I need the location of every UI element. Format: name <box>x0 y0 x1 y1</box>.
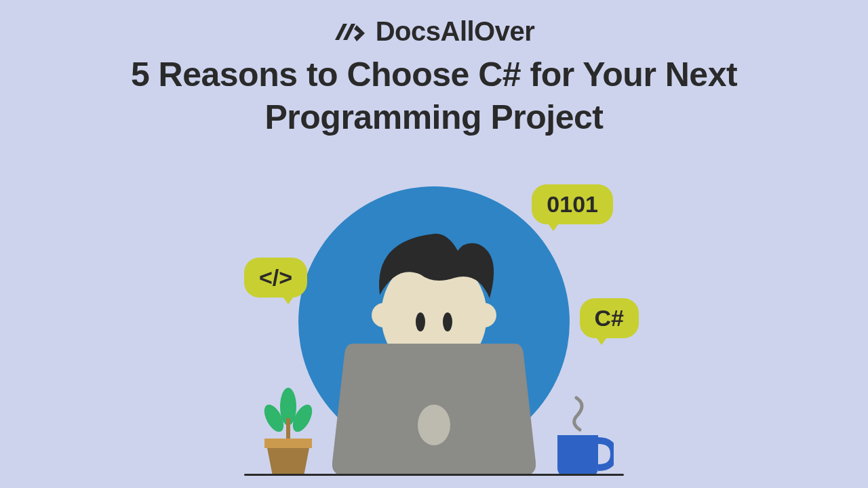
brand-name: DocsAllOver <box>376 16 535 47</box>
mug-icon <box>549 394 614 476</box>
hero-illustration: </> 0101 C# <box>217 156 651 488</box>
code-bubble-label: </> <box>259 264 292 291</box>
laptop-icon <box>332 344 536 476</box>
svg-point-5 <box>418 405 450 445</box>
desk-line <box>244 474 624 476</box>
header: DocsAllOver <box>0 0 868 47</box>
binary-bubble: 0101 <box>532 184 613 224</box>
logo-icon <box>334 18 366 45</box>
svg-rect-9 <box>286 418 290 442</box>
csharp-bubble: C# <box>580 298 639 338</box>
binary-bubble-label: 0101 <box>547 191 598 218</box>
svg-point-4 <box>443 312 452 331</box>
page-title: 5 Reasons to Choose C# for Your Next Pro… <box>0 54 868 138</box>
code-bubble: </> <box>244 258 307 298</box>
plant-icon <box>258 381 319 476</box>
csharp-bubble-label: C# <box>595 305 624 331</box>
svg-point-3 <box>416 312 425 331</box>
svg-rect-10 <box>264 439 312 448</box>
